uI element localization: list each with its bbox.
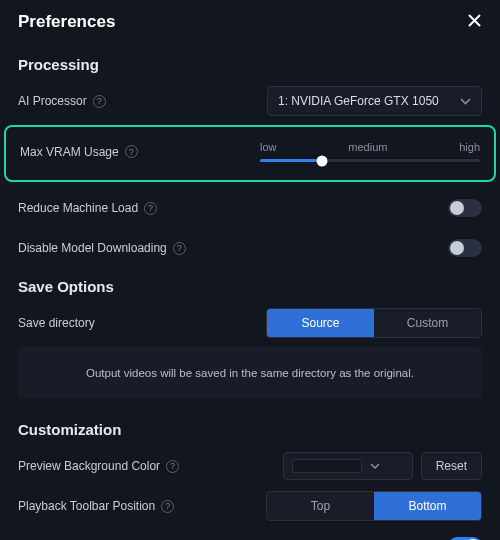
save-section-title: Save Options — [18, 278, 482, 295]
disable-download-label: Disable Model Downloading — [18, 241, 167, 255]
save-directory-label: Save directory — [18, 316, 95, 330]
bgcolor-select[interactable] — [283, 452, 413, 480]
playback-top-button[interactable]: Top — [267, 492, 374, 520]
max-vram-label: Max VRAM Usage — [20, 145, 119, 159]
close-icon — [467, 13, 482, 28]
slider-label-high: high — [459, 141, 480, 153]
playback-position-segment: Top Bottom — [266, 491, 482, 521]
help-icon[interactable]: ? — [93, 95, 106, 108]
help-icon[interactable]: ? — [125, 145, 138, 158]
slider-label-low: low — [260, 141, 277, 153]
chevron-down-icon — [370, 463, 380, 469]
reduce-load-toggle[interactable] — [448, 199, 482, 217]
slider-label-medium: medium — [348, 141, 387, 153]
ai-processor-value: 1: NVIDIA GeForce GTX 1050 — [278, 94, 439, 108]
close-button[interactable] — [467, 13, 482, 31]
color-swatch — [292, 459, 362, 473]
ai-processor-select[interactable]: 1: NVIDIA GeForce GTX 1050 — [267, 86, 482, 116]
bgcolor-label: Preview Background Color — [18, 459, 160, 473]
toggle-thumb — [450, 201, 464, 215]
ai-processor-label: AI Processor — [18, 94, 87, 108]
help-icon[interactable]: ? — [173, 242, 186, 255]
playback-bottom-button[interactable]: Bottom — [374, 492, 481, 520]
max-vram-row: Max VRAM Usage ? low medium high — [4, 125, 496, 182]
save-directory-segment: Source Custom — [266, 308, 482, 338]
reduce-load-label: Reduce Machine Load — [18, 201, 138, 215]
vram-slider[interactable] — [260, 159, 480, 162]
save-custom-button[interactable]: Custom — [374, 309, 481, 337]
help-icon[interactable]: ? — [166, 460, 179, 473]
disable-download-toggle[interactable] — [448, 239, 482, 257]
playback-position-label: Playback Toolbar Position — [18, 499, 155, 513]
customization-section-title: Customization — [18, 421, 482, 438]
chevron-down-icon — [460, 98, 471, 105]
slider-fill — [260, 159, 322, 162]
page-title: Preferences — [18, 12, 115, 32]
slider-thumb[interactable] — [316, 155, 327, 166]
bgcolor-reset-button[interactable]: Reset — [421, 452, 482, 480]
help-icon[interactable]: ? — [144, 202, 157, 215]
toggle-thumb — [450, 241, 464, 255]
processing-section-title: Processing — [18, 56, 482, 73]
save-source-button[interactable]: Source — [267, 309, 374, 337]
save-info-panel: Output videos will be saved in the same … — [18, 347, 482, 399]
help-icon[interactable]: ? — [161, 500, 174, 513]
